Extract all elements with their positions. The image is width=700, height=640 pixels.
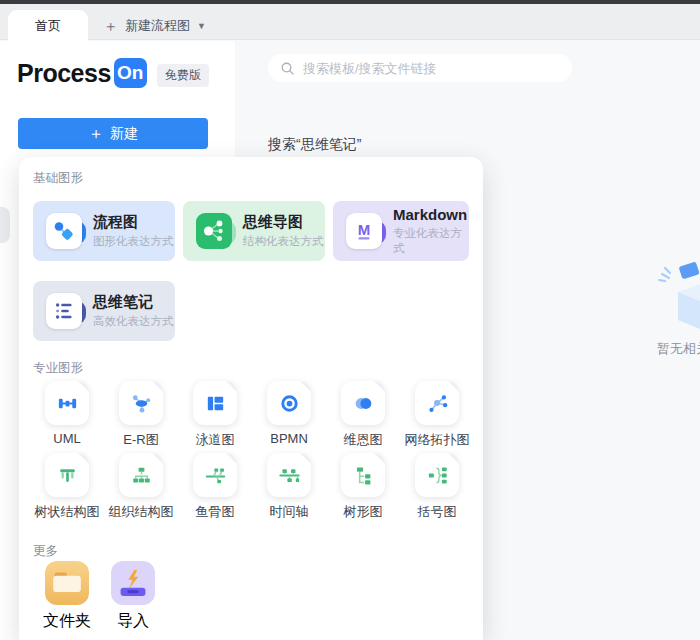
tree-diagram-icon	[341, 453, 385, 497]
search-suggestion[interactable]: 搜索“思维笔记”	[268, 136, 361, 154]
uml-icon	[45, 381, 89, 425]
bpmn-icon	[267, 381, 311, 425]
tree-structure-icon	[45, 453, 89, 497]
menu-item-label: 导入	[117, 611, 149, 632]
card-title: Markdown	[393, 206, 469, 225]
logo-on-badge: On	[114, 58, 147, 88]
timeline-icon	[267, 453, 311, 497]
menu-item-bracket[interactable]: 括号图	[400, 453, 474, 521]
menu-item-timeline[interactable]: 时间轴	[252, 453, 326, 521]
pro-grid-row-2: 树状结构图 组织结构图 鱼骨图 时间轴	[30, 453, 474, 521]
menu-item-tree-diagram[interactable]: 树形图	[326, 453, 400, 521]
pro-grid-row-1: UML E-R图 泳道图 BPMN	[30, 381, 474, 449]
svg-text:M: M	[358, 221, 371, 238]
flowchart-icon	[46, 213, 82, 249]
caret-down-icon: ▼	[197, 21, 206, 31]
card-title: 流程图	[93, 213, 174, 232]
plus-icon: ＋	[88, 126, 104, 142]
menu-item-topology[interactable]: 网络拓扑图	[400, 381, 474, 449]
plan-badge: 免费版	[157, 64, 209, 87]
card-subtitle: 专业化表达方式	[393, 226, 469, 256]
browser-tab-bar: 首页 ＋ 新建流程图 ▼	[0, 4, 700, 40]
tab-home[interactable]: 首页	[8, 10, 88, 41]
card-title: 思维导图	[243, 213, 324, 232]
basic-cards-row-2: 思维笔记 高效化表达方式	[33, 281, 175, 341]
menu-item-er-diagram[interactable]: E-R图	[104, 381, 178, 449]
search-icon	[280, 61, 295, 76]
tab-home-label: 首页	[35, 17, 61, 35]
import-icon	[111, 561, 155, 605]
card-mindnotes[interactable]: 思维笔记 高效化表达方式	[33, 281, 175, 341]
section-basic-label: 基础图形	[33, 170, 83, 187]
topology-icon	[415, 381, 459, 425]
empty-box-icon	[650, 258, 700, 338]
menu-item-label: 泳道图	[196, 431, 235, 449]
markdown-icon: M	[346, 213, 382, 249]
section-pro-label: 专业图形	[33, 360, 83, 377]
menu-item-tree-structure[interactable]: 树状结构图	[30, 453, 104, 521]
tab-new-flowchart-label: 新建流程图	[125, 17, 190, 35]
new-button[interactable]: ＋ 新建	[18, 118, 208, 149]
notes-icon	[46, 293, 82, 329]
basic-cards-row: 流程图 图形化表达方式	[33, 201, 469, 261]
search-input[interactable]	[303, 61, 560, 76]
menu-item-label: 时间轴	[270, 503, 309, 521]
swimlane-icon	[193, 381, 237, 425]
org-chart-icon	[119, 453, 163, 497]
menu-item-label: 树状结构图	[35, 503, 100, 521]
menu-item-label: E-R图	[123, 431, 158, 449]
card-subtitle: 图形化表达方式	[93, 234, 174, 249]
bracket-icon	[415, 453, 459, 497]
menu-item-uml[interactable]: UML	[30, 381, 104, 449]
plus-icon: ＋	[103, 18, 118, 33]
menu-item-fishbone[interactable]: 鱼骨图	[178, 453, 252, 521]
sidebar-item-highlight	[0, 207, 10, 243]
menu-item-label: 维恩图	[344, 431, 383, 449]
menu-item-bpmn[interactable]: BPMN	[252, 381, 326, 449]
menu-item-label: 组织结构图	[109, 503, 174, 521]
menu-item-label: 树形图	[344, 503, 383, 521]
folder-icon	[45, 561, 89, 605]
section-more-label: 更多	[33, 543, 58, 560]
fishbone-icon	[193, 453, 237, 497]
menu-item-label: 括号图	[418, 503, 457, 521]
menu-item-label: UML	[53, 431, 80, 446]
card-markdown[interactable]: M Markdown 专业化表达方式	[333, 201, 469, 261]
tab-new-flowchart[interactable]: ＋ 新建流程图 ▼	[103, 10, 206, 41]
menu-item-label: 鱼骨图	[196, 503, 235, 521]
new-file-dropdown-panel: 基础图形 流程图 图形化表达方式	[19, 157, 483, 640]
menu-item-venn[interactable]: 维恩图	[326, 381, 400, 449]
er-diagram-icon	[119, 381, 163, 425]
card-subtitle: 结构化表达方式	[243, 234, 324, 249]
empty-state-text: 暂无相关内容	[657, 340, 700, 358]
new-button-label: 新建	[110, 125, 138, 143]
menu-item-import[interactable]: 导入	[100, 561, 166, 632]
menu-item-label: 网络拓扑图	[405, 431, 470, 449]
venn-icon	[341, 381, 385, 425]
more-row: 文件夹 导入	[34, 561, 166, 632]
empty-state-illustration	[650, 258, 700, 342]
menu-item-folder[interactable]: 文件夹	[34, 561, 100, 632]
menu-item-org-chart[interactable]: 组织结构图	[104, 453, 178, 521]
card-flowchart[interactable]: 流程图 图形化表达方式	[33, 201, 175, 261]
card-subtitle: 高效化表达方式	[93, 314, 174, 329]
menu-item-swimlane[interactable]: 泳道图	[178, 381, 252, 449]
processon-home-page: 首页 ＋ 新建流程图 ▼ Process On 免费版 ＋ 新建 搜索“思维笔记…	[0, 0, 700, 640]
logo-text-process: Process	[17, 59, 111, 88]
search-bar[interactable]	[268, 54, 572, 82]
card-mindmap[interactable]: 思维导图 结构化表达方式	[183, 201, 325, 261]
card-title: 思维笔记	[93, 293, 174, 312]
menu-item-label: BPMN	[270, 431, 308, 446]
mindmap-icon	[196, 213, 232, 249]
menu-item-label: 文件夹	[43, 611, 91, 632]
processon-logo: Process On	[17, 58, 147, 88]
